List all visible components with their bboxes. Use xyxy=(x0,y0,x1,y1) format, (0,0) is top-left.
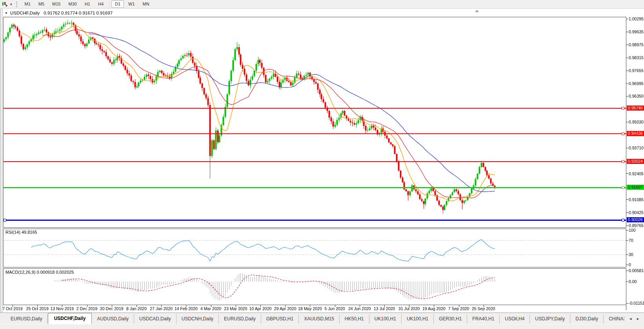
timeframe-button-m15[interactable]: M15 xyxy=(49,0,64,8)
chart-window: ▼ USDCHF,Daily 0.91762 0.91774 0.91671 0… xyxy=(0,8,644,313)
chart-tab-usoil-h4[interactable]: USOil,H4 xyxy=(500,314,530,324)
date-axis-label: 13 Jul 2020 xyxy=(374,306,395,311)
chart-tab-usdjpy-daily[interactable]: USDJPY,Daily xyxy=(530,314,570,324)
date-axis-label: 27 Jan 2020 xyxy=(150,306,173,311)
timeframe-button-h4[interactable]: H4 xyxy=(95,0,107,8)
rsi-indicator-label: RSI(14) 49.8165 xyxy=(5,230,37,234)
price-axis-tick-label: 0.92405 xyxy=(629,171,644,176)
rsi-axis-tick-label: 30 xyxy=(629,252,644,257)
chart-tab-eurusd-daily[interactable]: EURUSD,Daily xyxy=(5,314,48,324)
level-price-badge[interactable]: 0.91697 xyxy=(627,185,644,190)
macd-axis-tick-label: 0.005818 xyxy=(629,268,644,273)
chart-tab-gbpusd-h1[interactable]: GBPUSD,H1 xyxy=(261,314,299,324)
rsi-axis-tick-label: 100 xyxy=(629,228,644,233)
date-axis-label: 2 Dec 2019 xyxy=(76,306,98,311)
chart-tab-xauusd-m15[interactable]: XAUUSD,M15 xyxy=(299,314,340,324)
price-axis-tick-label: 0.96350 xyxy=(629,94,644,98)
price-axis-tick-label: 0.93710 xyxy=(629,145,644,150)
date-axis-label: 29 Apr 2020 xyxy=(274,306,297,311)
timeframe-button-d1[interactable]: D1 xyxy=(111,0,124,8)
price-axis-tick-label: 0.99635 xyxy=(629,29,644,34)
date-axis-label: 10 Apr 2020 xyxy=(249,306,272,311)
top-toolbar: ▾ M1M5M15M30H1H4D1W1MN xyxy=(0,0,644,9)
macd-axis-tick-label: -0.011514 xyxy=(629,301,644,305)
level-price-badge[interactable]: 0.95740 xyxy=(627,105,644,111)
chart-tab-usdchf-daily[interactable]: USDCHF,Daily xyxy=(48,313,92,324)
date-axis-label: 31 Jul 2020 xyxy=(398,306,420,311)
date-axis-label: 23 Mar 2020 xyxy=(224,306,247,311)
price-chart-canvas[interactable] xyxy=(0,8,644,321)
chart-tab-dj30-daily[interactable]: DJ30,Daily xyxy=(570,314,604,324)
chart-tools-icon[interactable] xyxy=(0,1,9,7)
collapse-chart-icon[interactable]: ▼ xyxy=(5,11,8,15)
chart-tab-usdcad-daily[interactable]: USDCAD,Daily xyxy=(134,314,176,324)
rsi-axis-tick-label: 0 xyxy=(629,262,644,267)
price-axis-tick-label: 0.98975 xyxy=(629,42,644,47)
date-axis-label: 20 Dec 2019 xyxy=(100,306,124,311)
chart-tab-ger30-h1[interactable]: GER30,H1 xyxy=(434,314,467,324)
date-axis-label: 19 Aug 2020 xyxy=(422,306,446,311)
price-axis-tick-label: 0.98315 xyxy=(629,55,644,60)
date-axis-label: 13 Nov 2019 xyxy=(51,306,74,311)
timeframe-button-group: M1M5M15M30H1H4D1W1MN xyxy=(21,0,153,8)
chart-tab-audusd-daily[interactable]: AUDUSD,Daily xyxy=(92,314,134,324)
price-axis-tick-label: 1.00295 xyxy=(629,16,644,21)
timeframe-button-m1[interactable]: M1 xyxy=(21,0,34,8)
tab-scroll-right-icon[interactable]: ► xyxy=(634,316,642,322)
chart-tab-usdcnh-daily[interactable]: USDCNH,Daily xyxy=(176,314,219,324)
price-axis-tick-label: 0.95030 xyxy=(629,120,644,124)
date-axis-label: 18 May 2020 xyxy=(298,306,322,311)
chart-symbol-label: USDCHF,Daily xyxy=(10,11,40,15)
date-axis-label: 5 Jun 2020 xyxy=(325,306,345,311)
date-axis-label: 8 Jan 2020 xyxy=(126,306,147,311)
date-axis-label: 24 Jun 2020 xyxy=(348,306,371,311)
status-strip xyxy=(0,324,644,329)
timeframe-button-m30[interactable]: M30 xyxy=(65,0,80,8)
date-axis-label: 14 Feb 2020 xyxy=(175,306,198,311)
tab-scroll-controls: ◄ ► xyxy=(624,313,644,324)
timeframe-button-h1[interactable]: H1 xyxy=(81,0,94,8)
date-axis-label: 25 Oct 2019 xyxy=(26,306,49,311)
date-axis-label: 4 Mar 2020 xyxy=(200,306,221,311)
price-axis-tick-label: 0.90425 xyxy=(629,210,644,215)
timeframe-button-mn[interactable]: MN xyxy=(139,0,153,8)
level-price-badge[interactable]: 0.93024 xyxy=(627,159,644,164)
date-axis-label: 7 Oct 2019 xyxy=(2,306,22,311)
level-price-badge[interactable]: 0.94436 xyxy=(627,131,644,136)
macd-indicator-label: MACD(12,26,9) 0.000918 0.002025 xyxy=(5,270,74,274)
toolbar-drag-handle[interactable] xyxy=(16,2,18,7)
level-price-badge[interactable]: 0.90026 xyxy=(627,217,644,222)
date-axis-label: 25 Sep 2020 xyxy=(472,306,495,311)
price-axis-tick-label: 0.96995 xyxy=(629,81,644,86)
price-axis-tick-label: 0.89765 xyxy=(629,223,644,228)
chart-tab-uk100-h1[interactable]: UK100,H1 xyxy=(402,314,434,324)
chart-ohlc-values: 0.91762 0.91774 0.91671 0.91697 xyxy=(44,11,113,15)
chart-tab-bar: EURUSD,DailyUSDCHF,DailyAUDUSD,DailyUSDC… xyxy=(0,313,644,324)
chart-tab-hk50-h1[interactable]: HK50,H1 xyxy=(340,314,369,324)
chart-tab-uk100-h1[interactable]: UK100,H1 xyxy=(369,314,402,324)
date-axis-label: 7 Sep 2020 xyxy=(448,306,469,311)
chart-title: ▼ USDCHF,Daily 0.91762 0.91774 0.91671 0… xyxy=(5,11,113,15)
price-axis-tick-label: 0.97655 xyxy=(629,68,644,73)
timeframe-button-w1[interactable]: W1 xyxy=(125,0,138,8)
tab-scroll-left-icon[interactable]: ◄ xyxy=(627,316,634,322)
price-axis-tick-label: 0.91085 xyxy=(629,197,644,202)
chart-tab-eurusd-daily[interactable]: EURUSD,Daily xyxy=(219,314,261,324)
chart-tab-fra40-h1[interactable]: FRA40,H1 xyxy=(467,314,500,324)
macd-axis-tick-label: 0.00 xyxy=(629,279,644,284)
rsi-axis-tick-label: 70 xyxy=(629,238,644,243)
timeframe-button-m5[interactable]: M5 xyxy=(35,0,48,8)
chart-tools-dropdown-icon[interactable]: ▾ xyxy=(9,2,15,6)
